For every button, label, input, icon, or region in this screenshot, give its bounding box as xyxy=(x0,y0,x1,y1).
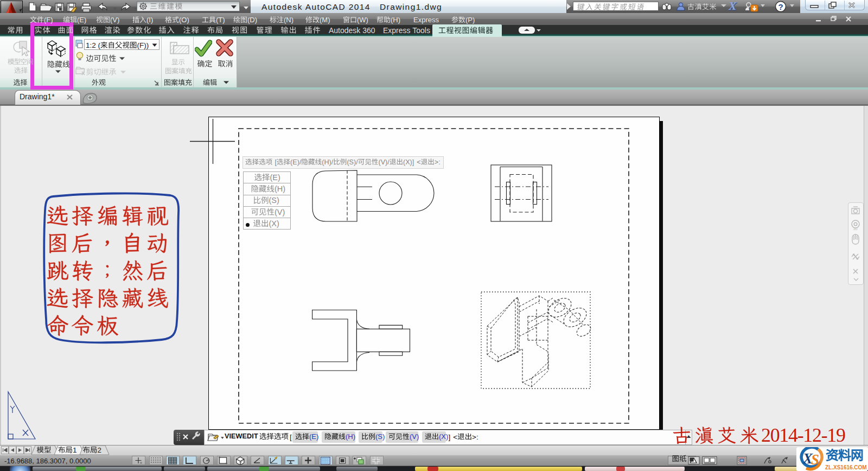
svg-text:2014-12-19: 2014-12-19 xyxy=(761,424,846,446)
svg-text:ZL.XS1616.COM: ZL.XS1616.COM xyxy=(825,464,867,470)
svg-text:?: ? xyxy=(778,2,783,11)
svg-text:X: X xyxy=(728,1,737,12)
svg-text:2D: 2D xyxy=(853,227,858,231)
svg-text:S: S xyxy=(811,451,819,468)
